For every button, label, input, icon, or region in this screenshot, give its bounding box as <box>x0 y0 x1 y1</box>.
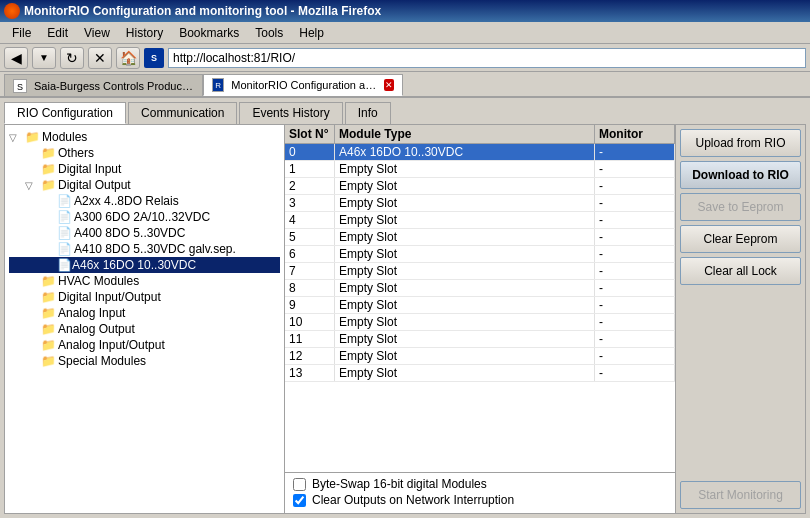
tree-root-label: Modules <box>42 130 87 144</box>
grid-cell-slot: 2 <box>285 178 335 194</box>
byte-swap-label: Byte-Swap 16-bit digital Modules <box>312 477 487 491</box>
grid-cell-slot: 7 <box>285 263 335 279</box>
address-input[interactable] <box>168 48 806 68</box>
app-tabs: RIO Configuration Communication Events H… <box>4 102 806 124</box>
grid-row[interactable]: 6 Empty Slot - <box>285 246 675 263</box>
tree-item-a410[interactable]: 📄 A410 8DO 5..30VDC galv.sep. <box>9 241 280 257</box>
grid-cell-monitor: - <box>595 178 675 194</box>
tab-events-history[interactable]: Events History <box>239 102 342 124</box>
tree-item-special[interactable]: 📁 Special Modules <box>9 353 280 369</box>
tab-close-icon[interactable]: ✕ <box>384 79 394 91</box>
firefox-icon <box>4 3 20 19</box>
stop-button[interactable]: ✕ <box>88 47 112 69</box>
grid-row[interactable]: 3 Empty Slot - <box>285 195 675 212</box>
grid-cell-monitor: - <box>595 263 675 279</box>
tree-item-analog-output[interactable]: 📁 Analog Output <box>9 321 280 337</box>
grid-cell-type: Empty Slot <box>335 297 595 313</box>
tree-do-label: Digital Output <box>58 178 131 192</box>
tab-rio-config[interactable]: RIO Configuration <box>4 102 126 124</box>
tree-panel: ▽ 📁 Modules 📁 Others 📁 Digital Input ▽ 📁 <box>5 125 285 513</box>
grid-row[interactable]: 11 Empty Slot - <box>285 331 675 348</box>
grid-row[interactable]: 2 Empty Slot - <box>285 178 675 195</box>
grid-body[interactable]: 0 A46x 16DO 10..30VDC - 1 Empty Slot - 2… <box>285 144 675 472</box>
menu-tools[interactable]: Tools <box>247 24 291 42</box>
tree-item-digital-input[interactable]: 📁 Digital Input <box>9 161 280 177</box>
clear-eeprom-button[interactable]: Clear Eeprom <box>680 225 801 253</box>
right-panel: Slot N° Module Type Monitor 0 A46x 16DO … <box>285 125 675 513</box>
grid-row[interactable]: 4 Empty Slot - <box>285 212 675 229</box>
clear-outputs-option: Clear Outputs on Network Interruption <box>293 493 667 507</box>
grid-cell-type: A46x 16DO 10..30VDC <box>335 144 595 160</box>
download-button[interactable]: Download to RIO <box>680 161 801 189</box>
tree-root-folder-icon: 📁 <box>25 130 40 144</box>
grid-row[interactable]: 1 Empty Slot - <box>285 161 675 178</box>
tree-item-a300[interactable]: 📄 A300 6DO 2A/10..32VDC <box>9 209 280 225</box>
back-button[interactable]: ◀ <box>4 47 28 69</box>
grid-row[interactable]: 9 Empty Slot - <box>285 297 675 314</box>
menu-edit[interactable]: Edit <box>39 24 76 42</box>
tree-ai-label: Analog Input <box>58 306 125 320</box>
tree-a46x-doc-icon: 📄 <box>57 258 72 272</box>
tree-a400-label: A400 8DO 5..30VDC <box>74 226 185 240</box>
menu-help[interactable]: Help <box>291 24 332 42</box>
tree-a410-label: A410 8DO 5..30VDC galv.sep. <box>74 242 236 256</box>
tree-item-analog-input[interactable]: 📁 Analog Input <box>9 305 280 321</box>
tree-do-folder-icon: 📁 <box>41 178 56 192</box>
grid-cell-monitor: - <box>595 246 675 262</box>
tree-item-a46x[interactable]: 📄 A46x 16DO 10..30VDC <box>9 257 280 273</box>
start-monitoring-button[interactable]: Start Monitoring <box>680 481 801 509</box>
tree-others-label: Others <box>58 146 94 160</box>
grid-header: Slot N° Module Type Monitor <box>285 125 675 144</box>
tab-communication[interactable]: Communication <box>128 102 237 124</box>
clear-outputs-checkbox[interactable] <box>293 494 306 507</box>
clear-lock-button[interactable]: Clear all Lock <box>680 257 801 285</box>
tree-di-label: Digital Input <box>58 162 121 176</box>
menu-history[interactable]: History <box>118 24 171 42</box>
tree-item-analog-io[interactable]: 📁 Analog Input/Output <box>9 337 280 353</box>
grid-cell-slot: 8 <box>285 280 335 296</box>
grid-col-monitor: Monitor <box>595 125 675 143</box>
menu-view[interactable]: View <box>76 24 118 42</box>
save-eeprom-button[interactable]: Save to Eeprom <box>680 193 801 221</box>
grid-row[interactable]: 12 Empty Slot - <box>285 348 675 365</box>
monitor-tab-label: MonitorRIO Configuration and mo... <box>231 79 379 91</box>
grid-cell-type: Empty Slot <box>335 365 595 381</box>
tree-hvac-label: HVAC Modules <box>58 274 139 288</box>
grid-area: Slot N° Module Type Monitor 0 A46x 16DO … <box>285 125 675 472</box>
grid-row[interactable]: 5 Empty Slot - <box>285 229 675 246</box>
upload-button[interactable]: Upload from RIO <box>680 129 801 157</box>
grid-cell-monitor: - <box>595 195 675 211</box>
side-buttons: Upload from RIO Download to RIO Save to … <box>675 125 805 513</box>
grid-cell-slot: 5 <box>285 229 335 245</box>
tree-item-digital-output[interactable]: ▽ 📁 Digital Output <box>9 177 280 193</box>
tree-root[interactable]: ▽ 📁 Modules <box>9 129 280 145</box>
tree-item-others[interactable]: 📁 Others <box>9 145 280 161</box>
tree-item-a400[interactable]: 📄 A400 8DO 5..30VDC <box>9 225 280 241</box>
menu-bookmarks[interactable]: Bookmarks <box>171 24 247 42</box>
tree-hvac-folder-icon: 📁 <box>41 274 56 288</box>
tab-monitor[interactable]: R MonitorRIO Configuration and mo... ✕ <box>203 74 403 96</box>
tab-info[interactable]: Info <box>345 102 391 124</box>
grid-cell-slot: 12 <box>285 348 335 364</box>
tree-a300-label: A300 6DO 2A/10..32VDC <box>74 210 210 224</box>
grid-row[interactable]: 8 Empty Slot - <box>285 280 675 297</box>
grid-row[interactable]: 7 Empty Slot - <box>285 263 675 280</box>
byte-swap-checkbox[interactable] <box>293 478 306 491</box>
grid-col-slot: Slot N° <box>285 125 335 143</box>
grid-cell-monitor: - <box>595 297 675 313</box>
forward-button[interactable]: ▼ <box>32 47 56 69</box>
tab-saia[interactable]: S Saia-Burgess Controls Product Support … <box>4 74 203 96</box>
browser-tabs: S Saia-Burgess Controls Product Support … <box>0 72 810 98</box>
refresh-button[interactable]: ↻ <box>60 47 84 69</box>
tree-item-a2xx[interactable]: 📄 A2xx 4..8DO Relais <box>9 193 280 209</box>
grid-row[interactable]: 13 Empty Slot - <box>285 365 675 382</box>
tree-item-hvac[interactable]: 📁 HVAC Modules <box>9 273 280 289</box>
tree-a46x-label: A46x 16DO 10..30VDC <box>72 258 196 272</box>
tree-item-digital-io[interactable]: 📁 Digital Input/Output <box>9 289 280 305</box>
home-button[interactable]: 🏠 <box>116 47 140 69</box>
tab-info-label: Info <box>358 106 378 120</box>
grid-row[interactable]: 0 A46x 16DO 10..30VDC - <box>285 144 675 161</box>
grid-cell-slot: 9 <box>285 297 335 313</box>
menu-file[interactable]: File <box>4 24 39 42</box>
grid-row[interactable]: 10 Empty Slot - <box>285 314 675 331</box>
